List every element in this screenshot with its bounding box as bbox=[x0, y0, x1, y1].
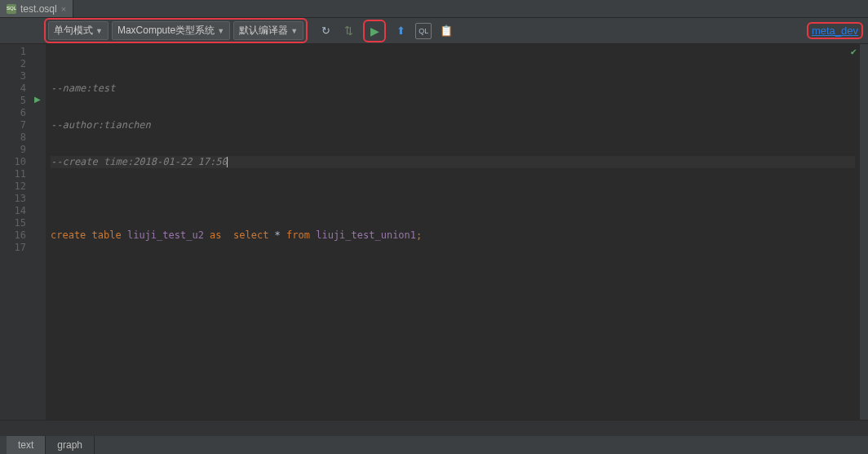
sync-icon[interactable]: ↻ bbox=[317, 23, 334, 39]
line-number: 4 bbox=[0, 82, 26, 95]
paste-icon[interactable]: 📋 bbox=[438, 23, 454, 39]
line-number: 7 bbox=[0, 119, 26, 131]
bottom-tabs: text graph bbox=[0, 436, 868, 454]
vertical-scrollbar[interactable] bbox=[860, 44, 868, 420]
keyword: create bbox=[51, 229, 86, 241]
line-number: 16 bbox=[0, 229, 26, 242]
tab-bar: test.osql × bbox=[0, 0, 868, 18]
identifier: liuji_test_union1 bbox=[316, 229, 416, 241]
chevron-down-icon: ▼ bbox=[95, 27, 103, 35]
line-number: 2 bbox=[0, 58, 26, 70]
mode-dropdown[interactable]: 单句模式 ▼ bbox=[48, 21, 108, 40]
identifier: liuji_test_u2 bbox=[127, 229, 204, 241]
sql-file-icon bbox=[7, 4, 16, 14]
line-number: 3 bbox=[0, 70, 26, 82]
line-number: 9 bbox=[0, 144, 26, 156]
line-number: 1 bbox=[0, 46, 26, 58]
chevron-down-icon: ▼ bbox=[217, 27, 224, 35]
compiler-dropdown[interactable]: 默认编译器 ▼ bbox=[233, 21, 303, 40]
keyword: select bbox=[233, 229, 268, 241]
meta-link-highlight: meta_dev bbox=[807, 22, 863, 39]
line-number: 13 bbox=[0, 193, 26, 205]
run-button-highlight: ▶ bbox=[363, 20, 386, 42]
chevron-down-icon: ▼ bbox=[290, 27, 298, 35]
tab-graph[interactable]: graph bbox=[46, 436, 95, 454]
run-button[interactable]: ▶ bbox=[366, 23, 383, 39]
close-icon[interactable]: × bbox=[61, 4, 66, 14]
format-icon[interactable]: ⇅ bbox=[340, 23, 356, 39]
code-area[interactable]: ✔ --name:test --author:tianchen --create… bbox=[46, 44, 860, 420]
compiler-label: 默认编译器 bbox=[239, 24, 288, 38]
type-system-dropdown[interactable]: MaxCompute类型系统 ▼ bbox=[112, 21, 230, 40]
type-system-label: MaxCompute类型系统 bbox=[117, 24, 215, 38]
validation-check-icon: ✔ bbox=[851, 46, 857, 58]
status-strip bbox=[0, 420, 868, 436]
sql-console-icon[interactable]: QL bbox=[415, 23, 432, 39]
line-number: 15 bbox=[0, 217, 26, 229]
toolbar: 单句模式 ▼ MaxCompute类型系统 ▼ 默认编译器 ▼ ↻ ⇅ ▶ ⬆ … bbox=[0, 18, 868, 44]
file-tab[interactable]: test.osql × bbox=[0, 0, 73, 17]
keyword: from bbox=[286, 229, 310, 241]
keyword: table bbox=[92, 229, 122, 241]
mode-label: 单句模式 bbox=[54, 24, 93, 38]
comment: --author:tianchen bbox=[51, 119, 151, 131]
tab-filename: test.osql bbox=[20, 3, 57, 15]
gutter-marks: ▶ bbox=[33, 44, 46, 420]
punctuation: ; bbox=[416, 229, 422, 241]
dropdown-group-highlight: 单句模式 ▼ MaxCompute类型系统 ▼ 默认编译器 ▼ bbox=[44, 18, 308, 43]
upload-icon[interactable]: ⬆ bbox=[392, 23, 409, 39]
line-gutter: 1 2 3 4 5 6 7 8 9 10 11 12 13 14 15 16 1… bbox=[0, 44, 33, 420]
meta-dev-link[interactable]: meta_dev bbox=[812, 24, 858, 37]
run-line-marker-icon[interactable]: ▶ bbox=[34, 95, 41, 104]
line-number: 17 bbox=[0, 242, 26, 254]
comment: --create time:2018-01-22 17:50 bbox=[51, 156, 228, 167]
text-cursor bbox=[227, 157, 228, 167]
line-number: 12 bbox=[0, 180, 26, 193]
line-number: 5 bbox=[0, 95, 26, 107]
line-number: 8 bbox=[0, 131, 26, 144]
line-number: 6 bbox=[0, 107, 26, 119]
keyword: as bbox=[210, 229, 221, 241]
line-number: 14 bbox=[0, 205, 26, 217]
line-number: 11 bbox=[0, 168, 26, 180]
line-number: 10 bbox=[0, 156, 26, 168]
operator: * bbox=[275, 229, 281, 241]
comment: --name:test bbox=[51, 82, 115, 94]
editor: 1 2 3 4 5 6 7 8 9 10 11 12 13 14 15 16 1… bbox=[0, 44, 868, 420]
tab-text[interactable]: text bbox=[7, 436, 46, 454]
toolbar-icons: ↻ ⇅ ▶ ⬆ QL 📋 bbox=[317, 20, 454, 42]
